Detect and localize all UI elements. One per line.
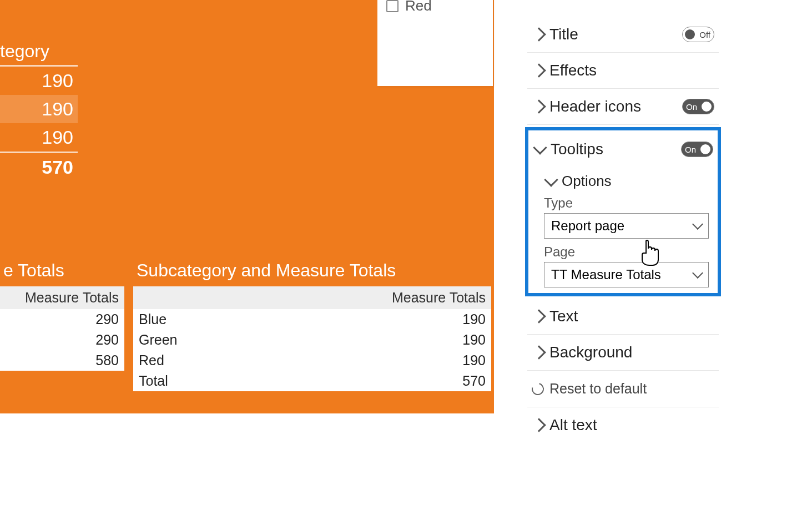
section-alt-text[interactable]: Alt text	[527, 407, 719, 443]
toggle-title[interactable]: Off	[682, 27, 714, 42]
left-table-card[interactable]: Measure Totals 290 290 580	[0, 286, 124, 371]
chevron-right-icon	[532, 345, 546, 359]
right-table-card[interactable]: Measure Totals Blue190 Green190 Red190 T…	[133, 286, 491, 391]
chevron-down-icon	[692, 267, 703, 279]
format-pane: Title Off Effects Header icons On Toolti…	[527, 0, 719, 520]
slicer-red-label: Red	[405, 0, 432, 14]
section-header-icons[interactable]: Header icons On	[527, 89, 719, 125]
col-header: Measure Totals	[248, 286, 491, 309]
col-header: Measure Totals	[0, 286, 124, 309]
chevron-right-icon	[532, 99, 546, 113]
section-tooltips[interactable]: Tooltips On	[528, 132, 718, 167]
chevron-down-icon	[692, 219, 703, 230]
section-background[interactable]: Background	[527, 335, 719, 371]
table-row: 190	[0, 95, 78, 123]
section-options[interactable]: Options	[544, 173, 709, 190]
type-dropdown[interactable]: Report page	[544, 213, 709, 239]
canvas-below	[0, 413, 494, 520]
report-canvas: Red tegory 190 190 190 570 e Totals Meas…	[0, 0, 494, 413]
chevron-right-icon	[532, 27, 546, 41]
col-header-category: tegory	[0, 39, 78, 67]
toggle-tooltips[interactable]: On	[681, 142, 713, 157]
checkbox-red[interactable]	[386, 0, 399, 12]
left-table-title: e Totals	[3, 260, 124, 281]
table-row: 580	[0, 350, 124, 371]
table-row: 290	[0, 309, 124, 330]
table-row: 290	[0, 330, 124, 350]
chevron-down-icon	[544, 173, 558, 186]
section-effects[interactable]: Effects	[527, 53, 719, 89]
toggle-header-icons[interactable]: On	[682, 99, 714, 114]
section-title[interactable]: Title Off	[527, 17, 719, 53]
slicer-card[interactable]: Red	[377, 0, 493, 86]
table-row: Green190	[133, 330, 491, 350]
table-row: Blue190	[133, 309, 491, 330]
chevron-right-icon	[532, 418, 546, 432]
chevron-down-icon	[533, 140, 547, 154]
table-row: Total570	[133, 371, 491, 391]
sub-options: Options Type Report page Page TT Measure…	[528, 167, 718, 287]
reset-to-default[interactable]: Reset to default	[527, 371, 719, 407]
table-row: 190	[0, 67, 78, 95]
chevron-right-icon	[532, 63, 546, 77]
tooltips-highlight: Tooltips On Options Type Report page Pag…	[525, 127, 721, 296]
page-label: Page	[544, 244, 709, 260]
reset-icon	[529, 380, 546, 397]
section-text[interactable]: Text	[527, 299, 719, 335]
page-dropdown[interactable]: TT Measure Totals	[544, 262, 709, 287]
top-partial-table: tegory 190 190 190 570	[0, 39, 78, 181]
right-table-title: Subcategory and Measure Totals	[137, 260, 491, 281]
type-label: Type	[544, 195, 709, 211]
table-row: 190	[0, 123, 78, 152]
table-row: Red190	[133, 350, 491, 371]
col-header-blank	[133, 286, 248, 309]
table-total: 570	[0, 152, 78, 181]
chevron-right-icon	[532, 309, 546, 323]
